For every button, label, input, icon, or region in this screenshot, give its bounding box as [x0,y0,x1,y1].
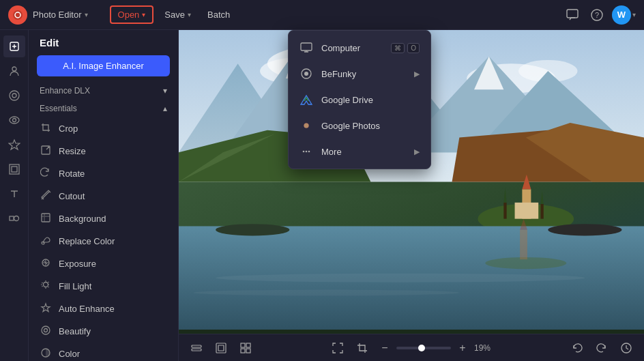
undo-icon[interactable] [568,338,587,358]
batch-button[interactable]: Batch [202,7,235,23]
app-logo [8,5,27,25]
help-button[interactable]: ? [587,5,606,25]
sidebar-item-fill-light[interactable]: Fill Light [29,275,178,298]
svg-text:?: ? [595,11,599,19]
svg-rect-21 [10,164,19,174]
svg-point-17 [12,93,16,98]
rail-effects-icon[interactable] [3,85,25,106]
sidebar-item-auto-enhance[interactable]: Auto Enhance [29,298,178,320]
dropdown-item-google-drive[interactable]: Google Drive [289,87,430,113]
dropdown-gphotos-label: Google Photos [321,121,380,131]
rotate-label: Rotate [59,169,85,179]
computer-shortcut: ⌘O [391,43,420,53]
rail-frame-icon[interactable] [3,158,25,180]
redo-icon[interactable] [592,338,611,358]
more-icon [299,145,313,158]
svg-point-19 [12,119,16,122]
sidebar-item-crop[interactable]: Crop [29,117,178,140]
svg-rect-76 [246,349,250,353]
sidebar-item-replace-color[interactable]: Replace Color [29,230,178,252]
essentials-section[interactable]: Essentials ▴ [29,100,178,117]
background-label: Background [59,214,106,224]
sidebar-title: Edit [29,30,178,53]
beautify-label: Beautify [59,326,91,336]
replace-color-label: Replace Color [59,236,115,246]
enhance-dlx-section[interactable]: Enhance DLX ▾ [29,82,178,100]
dropdown-item-befunky[interactable]: BeFunky ▶ [289,61,430,87]
svg-point-66 [216,224,289,235]
layers-icon[interactable] [187,338,206,358]
rail-person-icon[interactable] [3,60,25,82]
svg-rect-56 [503,203,506,219]
app-title-label: Photo Editor [33,10,82,20]
rail-edit-icon[interactable] [3,35,25,57]
svg-point-0 [13,10,23,20]
zoom-slider[interactable] [396,347,451,349]
app-title-button[interactable]: Photo Editor ▾ [33,10,88,20]
dropdown-computer-label: Computer [321,43,383,53]
svg-point-10 [304,124,309,128]
topbar: Photo Editor ▾ Open ▾ Save ▾ Batch ? W ▾ [0,0,644,30]
svg-rect-58 [540,204,543,219]
fill-light-menu-icon [40,280,52,293]
google-drive-icon [299,93,313,106]
svg-rect-75 [241,349,245,353]
open-button[interactable]: Open ▾ [110,5,154,24]
resize-menu-icon [40,145,52,158]
rail-text-icon[interactable] [3,183,25,205]
sidebar: Edit A.I. Image Enhancer Enhance DLX ▾ E… [29,30,179,361]
svg-marker-20 [9,140,20,149]
more-arrow: ▶ [414,147,420,156]
computer-icon [299,41,313,55]
sidebar-item-beautify[interactable]: Beautify [29,320,178,343]
dropdown-item-google-photos[interactable]: Google Photos [289,113,430,139]
background-menu-icon [40,212,52,225]
exposure-menu-icon [40,257,52,270]
dropdown-item-more[interactable]: More ▶ [289,139,430,164]
svg-rect-70 [192,349,201,351]
crop-label: Crop [59,124,78,134]
sidebar-item-exposure[interactable]: Exposure [29,252,178,275]
svg-point-11 [303,151,305,153]
svg-rect-22 [12,167,17,172]
rail-star-icon[interactable] [3,134,25,156]
svg-marker-57 [503,188,506,203]
zoom-out-icon[interactable]: − [377,341,392,356]
avatar-chevron: ▾ [632,11,636,18]
sidebar-item-cutout[interactable]: Cutout [29,185,178,207]
svg-rect-23 [10,216,14,220]
save-button[interactable]: Save ▾ [159,7,196,23]
svg-rect-69 [192,345,201,347]
svg-point-18 [10,117,19,124]
svg-rect-55 [515,203,539,219]
sidebar-item-background[interactable]: Background [29,207,178,230]
svg-rect-71 [216,343,226,353]
sidebar-item-color[interactable]: Color [29,343,178,361]
rail-graphics-icon[interactable] [3,207,25,229]
grid-icon[interactable] [236,338,255,358]
sidebar-item-rotate[interactable]: Rotate [29,162,178,185]
rail-eye-icon[interactable] [3,109,25,131]
chat-button[interactable] [563,5,582,25]
sidebar-item-resize[interactable]: Resize [29,140,178,162]
icon-rail [0,30,29,361]
befunky-arrow: ▶ [414,70,420,78]
resize-label: Resize [59,146,86,156]
history-icon[interactable] [617,338,636,358]
fit-screen-icon[interactable] [328,338,347,358]
svg-rect-2 [567,10,578,18]
dropdown-item-computer[interactable]: Computer ⌘O [289,35,430,61]
app-title-chevron: ▾ [85,11,88,18]
enhance-dlx-chevron: ▾ [163,86,167,96]
google-photos-icon [299,119,313,132]
ai-enhancer-button[interactable]: A.I. Image Enhancer [37,55,170,76]
dropdown-befunky-label: BeFunky [321,69,406,79]
color-label: Color [59,349,80,359]
crop-tool-icon[interactable] [353,338,372,358]
svg-point-24 [14,216,18,221]
rotate-menu-icon [40,167,52,180]
zoom-in-icon[interactable]: + [455,341,470,356]
fill-light-label: Fill Light [59,281,91,291]
frame-icon[interactable] [211,338,231,358]
avatar-button[interactable]: W ▾ [612,5,636,25]
